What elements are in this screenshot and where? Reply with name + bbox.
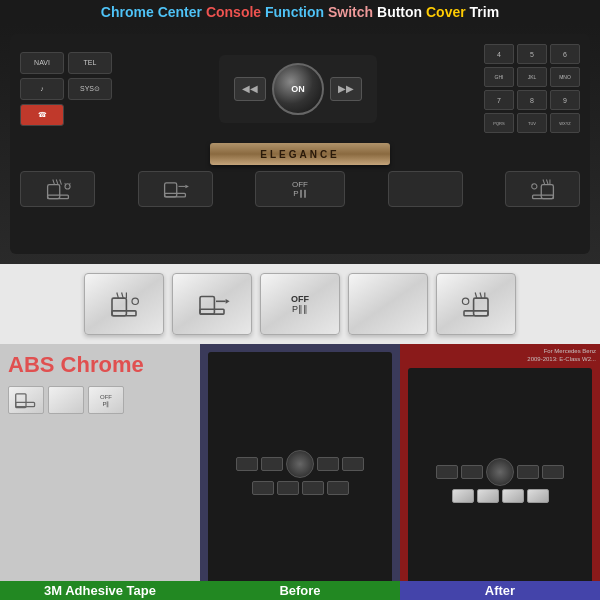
abs-btn-2 [48, 386, 84, 414]
before-mini-console [208, 352, 392, 592]
sys-button[interactable]: SYS⊙ [68, 78, 112, 100]
svg-rect-34 [16, 394, 26, 408]
before-console-bottom [252, 481, 349, 495]
title-chrome: Chrome Center [101, 4, 206, 20]
title-cover: Cover [426, 4, 466, 20]
numpad-4[interactable]: 4 [484, 44, 514, 64]
seat-heat-left-button[interactable] [20, 171, 95, 207]
next-button[interactable]: ▶▶ [330, 77, 362, 101]
console-body: NAVI TEL ♪ SYS⊙ ☎ ◀◀ ON ▶▶ 4 5 6 GHI JKL… [10, 34, 590, 254]
numpad-7[interactable]: 7 [484, 90, 514, 110]
svg-rect-28 [474, 298, 488, 316]
numpad-wxyz[interactable]: WXYZ [550, 113, 580, 133]
console-top-row: NAVI TEL ♪ SYS⊙ ☎ ◀◀ ON ▶▶ 4 5 6 GHI JKL… [20, 44, 580, 133]
after-chrome-2 [477, 489, 499, 503]
after-btn-4 [542, 465, 564, 479]
on-knob[interactable]: ON [272, 63, 324, 115]
svg-line-21 [122, 292, 124, 298]
after-console-top [436, 458, 564, 486]
svg-rect-12 [541, 185, 553, 199]
prev-button[interactable]: ◀◀ [234, 77, 266, 101]
before-btn-4 [342, 457, 364, 471]
before-console-top [236, 450, 364, 478]
svg-line-3 [56, 180, 58, 185]
after-panel: For Mercedes Benz2009-2013: E-Class W2..… [400, 344, 600, 600]
abs-btn-3: OFFP∥ [88, 386, 124, 414]
tel-button[interactable]: TEL [68, 52, 112, 74]
before-func-4 [327, 481, 349, 495]
svg-line-4 [59, 180, 61, 185]
chrome-seat-heat-left[interactable] [84, 273, 164, 335]
title-trim: Trim [466, 4, 499, 20]
svg-rect-19 [112, 311, 136, 316]
numpad-5[interactable]: 5 [517, 44, 547, 64]
after-label: After [400, 581, 600, 600]
svg-rect-13 [532, 195, 553, 198]
off-park-button[interactable]: OFF P∥∥ [255, 171, 345, 207]
numpad-6[interactable]: 6 [550, 44, 580, 64]
numpad-jkl[interactable]: JKL [517, 67, 547, 87]
svg-point-23 [132, 298, 138, 304]
numpad-pqrs[interactable]: PQRS [484, 113, 514, 133]
title-button: Button [373, 4, 426, 20]
numpad-9[interactable]: 9 [550, 90, 580, 110]
before-label: Before [200, 581, 400, 600]
before-func-1 [252, 481, 274, 495]
main-console-image: NAVI TEL ♪ SYS⊙ ☎ ◀◀ ON ▶▶ 4 5 6 GHI JKL… [0, 24, 600, 264]
bottom-panels: ABS Chrome OFFP∥ 3M Adhesive Tape [0, 344, 600, 600]
svg-marker-27 [226, 299, 230, 304]
before-func-3 [302, 481, 324, 495]
console-numpad: 4 5 6 GHI JKL MNO 7 8 9 PQRS TUV WXYZ [484, 44, 580, 133]
blank-button[interactable] [388, 171, 463, 207]
chrome-off-park[interactable]: OFF P∥∥ [260, 273, 340, 335]
chrome-buttons-strip: OFF P∥∥ [0, 264, 600, 344]
adhesive-tape-label: 3M Adhesive Tape [0, 581, 200, 600]
svg-rect-24 [200, 296, 214, 314]
console-bottom-row: OFF P∥∥ [20, 171, 580, 207]
chrome-seat-heat-right[interactable] [436, 273, 516, 335]
chrome-blank[interactable] [348, 273, 428, 335]
after-chrome-3 [502, 489, 524, 503]
svg-line-30 [475, 292, 477, 298]
before-panel: Before [200, 344, 400, 600]
seat-heat-right-button[interactable] [505, 171, 580, 207]
after-mini-console [408, 368, 592, 592]
numpad-8[interactable]: 8 [517, 90, 547, 110]
chrome-seat-adjust[interactable] [172, 273, 252, 335]
svg-point-33 [462, 298, 468, 304]
before-func-2 [277, 481, 299, 495]
after-knob [486, 458, 514, 486]
svg-rect-1 [47, 195, 68, 198]
title-bar: Chrome Center Console Function Switch Bu… [0, 0, 600, 24]
svg-rect-0 [47, 185, 59, 199]
before-btn-1 [236, 457, 258, 471]
svg-rect-9 [165, 194, 186, 197]
mercedes-badge: For Mercedes Benz2009-2013: E-Class W2..… [527, 348, 596, 364]
svg-rect-25 [200, 309, 224, 314]
svg-point-17 [531, 184, 536, 189]
abs-chrome-buttons: OFFP∥ [8, 386, 124, 414]
numpad-mno[interactable]: MNO [550, 67, 580, 87]
after-chrome-1 [452, 489, 474, 503]
svg-rect-35 [16, 403, 35, 407]
abs-chrome-panel: ABS Chrome OFFP∥ 3M Adhesive Tape [0, 344, 200, 600]
navi-button[interactable]: NAVI [20, 52, 64, 74]
console-center-unit: ◀◀ ON ▶▶ [219, 55, 377, 123]
svg-line-15 [546, 180, 548, 185]
after-chrome-buttons [452, 489, 549, 503]
numpad-tuv[interactable]: TUV [517, 113, 547, 133]
svg-line-31 [480, 292, 482, 298]
svg-rect-18 [112, 298, 126, 316]
after-chrome-4 [527, 489, 549, 503]
title-console: Console [206, 4, 261, 20]
abs-btn-1 [8, 386, 44, 414]
audio-button[interactable]: ♪ [20, 78, 64, 100]
after-btn-1 [436, 465, 458, 479]
phone-button[interactable]: ☎ [20, 104, 64, 126]
svg-line-2 [52, 180, 54, 185]
numpad-ghi[interactable]: GHI [484, 67, 514, 87]
abs-chrome-label: ABS Chrome [8, 352, 144, 378]
before-btn-3 [317, 457, 339, 471]
seat-adjust-button[interactable] [138, 171, 213, 207]
svg-line-14 [543, 180, 545, 185]
